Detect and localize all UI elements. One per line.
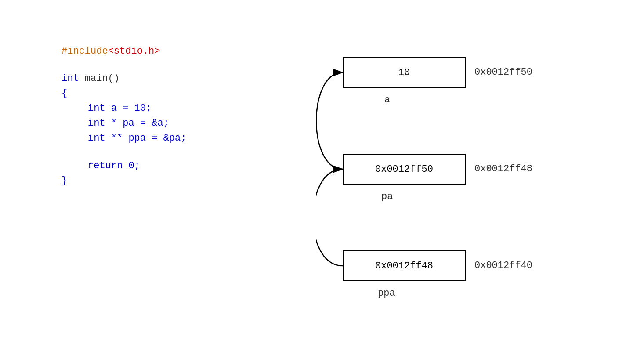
box-a-value: 10 xyxy=(398,67,410,78)
line-ppa: int ** ppa = &pa; xyxy=(88,131,186,146)
return-line: return 0; xyxy=(88,159,186,174)
label-ppa: ppa xyxy=(378,288,395,299)
memory-box-ppa: 0x0012ff48 xyxy=(343,250,466,281)
int-keyword-ppa: int xyxy=(88,131,105,146)
label-pa: pa xyxy=(381,191,393,202)
open-brace: { xyxy=(62,86,67,101)
blank-line-2 xyxy=(62,146,186,159)
memory-diagram: 10 a 0x0012ff50 0x0012ff50 pa 0x0012ff48… xyxy=(316,35,624,308)
close-brace: } xyxy=(62,174,67,188)
return-rest: 0; xyxy=(123,159,140,174)
memory-box-pa: 0x0012ff50 xyxy=(343,154,466,185)
memory-box-a: 10 xyxy=(343,57,466,88)
include-line: #include <stdio.h> xyxy=(62,44,186,59)
include-keyword: #include xyxy=(62,44,108,59)
addr-pa: 0x0012ff48 xyxy=(474,163,532,174)
code-panel: #include <stdio.h> int main() { int a = … xyxy=(62,44,186,188)
a-rest: a = 10; xyxy=(105,101,152,116)
pa-rest: * pa = &a; xyxy=(105,116,169,131)
main-rest: main() xyxy=(79,71,119,86)
addr-ppa: 0x0012ff40 xyxy=(474,260,532,271)
return-keyword: return xyxy=(88,159,123,174)
blank-line-1 xyxy=(62,59,186,71)
int-keyword-a: int xyxy=(88,101,105,116)
int-keyword-main: int xyxy=(62,71,79,86)
main-declaration: int main() xyxy=(62,71,186,86)
box-pa-value: 0x0012ff50 xyxy=(375,164,433,175)
box-ppa-value: 0x0012ff48 xyxy=(375,261,433,272)
line-a: int a = 10; xyxy=(88,101,186,116)
addr-a: 0x0012ff50 xyxy=(474,67,532,78)
include-filename: <stdio.h> xyxy=(108,44,160,59)
int-keyword-pa: int xyxy=(88,116,105,131)
open-brace-line: { xyxy=(62,86,186,101)
line-pa: int * pa = &a; xyxy=(88,116,186,131)
close-brace-line: } xyxy=(62,174,186,188)
ppa-rest: ** ppa = &pa; xyxy=(105,131,187,146)
label-a: a xyxy=(384,94,390,105)
